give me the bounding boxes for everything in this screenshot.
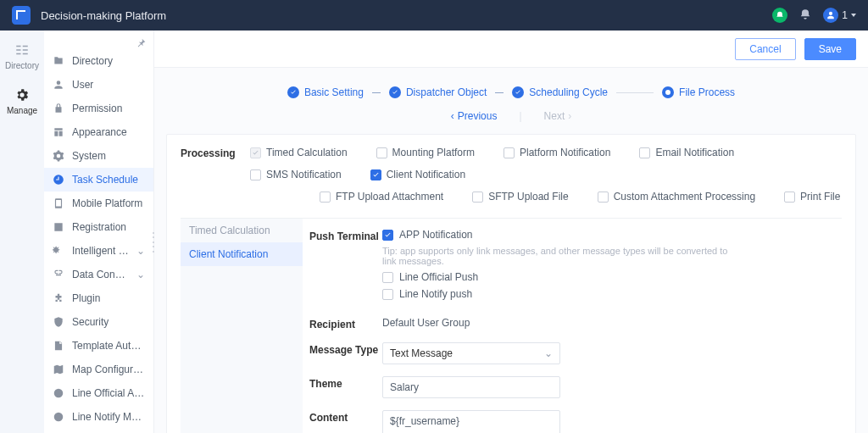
notification-badge[interactable] <box>772 8 787 23</box>
pin-icon[interactable] <box>136 37 147 51</box>
form-side-timed[interactable]: Timed Calculation <box>181 219 303 242</box>
section-title: Processing <box>181 147 250 159</box>
chevron-down-icon: ⌄ <box>136 269 145 280</box>
check-line-official[interactable]: Line Official Push <box>382 271 738 283</box>
push-tip: Tip: app supports only link messages, an… <box>382 246 738 266</box>
svg-rect-1 <box>16 49 20 51</box>
sidebar-item-task-schedule[interactable]: Task Schedule <box>44 168 153 192</box>
sidebar-item-directory[interactable]: Directory <box>44 49 153 73</box>
flag-timed-calculation: Timed Calculation <box>250 147 348 158</box>
sidebar-item-permission[interactable]: Permission <box>44 97 153 120</box>
svg-rect-5 <box>23 53 28 55</box>
chevron-down-icon: ⌄ <box>544 347 553 359</box>
sidebar-item-intelligent[interactable]: Intelligent O…⌄ <box>44 239 153 263</box>
flag-client-notification[interactable]: Client Notification <box>370 169 465 180</box>
step-basic-setting[interactable]: Basic Setting <box>287 86 364 98</box>
actionbar: Cancel Save <box>154 31 868 68</box>
svg-rect-3 <box>23 46 28 47</box>
sidebar-item-security[interactable]: Security <box>44 310 153 334</box>
sidebar-item-map-config[interactable]: Map Configuration <box>44 358 153 381</box>
flag-mounting-platform[interactable]: Mounting Platform <box>376 147 475 158</box>
label-message-type: Message Type <box>309 342 382 364</box>
svg-rect-4 <box>23 49 28 51</box>
chevron-down-icon <box>851 14 856 17</box>
previous-button[interactable]: ‹Previous <box>451 110 498 122</box>
input-theme[interactable] <box>382 376 560 398</box>
sidebar-item-system[interactable]: System <box>44 144 153 168</box>
rail-directory[interactable]: Directory <box>5 39 39 77</box>
rail: Directory Manage <box>0 31 44 433</box>
sidebar-item-dataconn[interactable]: Data Connec…⌄ <box>44 263 153 286</box>
sidebar-item-mobile[interactable]: Mobile Platform <box>44 192 153 215</box>
save-button[interactable]: Save <box>804 38 856 60</box>
form-sidebar: Timed Calculation Client Notification <box>181 219 303 433</box>
select-message-type[interactable]: Text Message⌄ <box>382 342 560 364</box>
sidebar-item-registration[interactable]: Registration <box>44 215 153 239</box>
sidebar-item-template-auth[interactable]: Template Authen… <box>44 334 153 358</box>
sidebar-item-appearance[interactable]: Appearance <box>44 120 153 144</box>
sidebar-item-plugin[interactable]: Plugin <box>44 286 153 310</box>
flag-email-notification[interactable]: Email Notification <box>639 147 734 158</box>
sidebar-item-user[interactable]: User <box>44 73 153 97</box>
flag-print-file[interactable]: Print File <box>784 191 840 203</box>
svg-point-6 <box>54 389 64 398</box>
main: Cancel Save Basic Setting Dispatcher Obj… <box>154 31 868 433</box>
next-button: Next› <box>544 110 572 122</box>
panel: Processing Timed Calculation Mounting Pl… <box>166 134 856 433</box>
label-content: Content <box>309 410 382 433</box>
app-logo-icon <box>12 6 31 25</box>
label-theme: Theme <box>309 376 382 398</box>
step-file-process[interactable]: File Process <box>662 86 735 98</box>
step-dispatcher-object[interactable]: Dispatcher Object <box>389 86 487 98</box>
svg-point-7 <box>54 413 64 422</box>
check-app-notification[interactable]: APP Notification <box>382 229 738 241</box>
svg-rect-2 <box>16 53 20 55</box>
chevron-down-icon: ⌄ <box>136 245 145 257</box>
sidebar-item-line-official[interactable]: Line Official Acc… <box>44 381 153 405</box>
label-push-terminal: Push Terminal <box>309 229 382 305</box>
flag-platform-notification[interactable]: Platform Notification <box>504 147 610 158</box>
flag-ftp-upload[interactable]: FTP Upload Attachment <box>320 191 443 203</box>
flag-sms-notification[interactable]: SMS Notification <box>250 169 342 180</box>
flag-sftp-upload[interactable]: SFTP Upload File <box>472 191 568 203</box>
form-side-client[interactable]: Client Notification <box>181 242 303 266</box>
sidebar-item-line-notify[interactable]: Line Notify Mana… <box>44 405 153 429</box>
label-recipient: Recipient <box>309 317 382 330</box>
textarea-content[interactable] <box>382 410 560 433</box>
user-count: 1 <box>842 9 848 21</box>
steps: Basic Setting Dispatcher Object Scheduli… <box>166 86 856 98</box>
check-line-notify[interactable]: Line Notify push <box>382 288 738 300</box>
chevron-left-icon: ‹ <box>451 110 454 122</box>
chevron-right-icon: › <box>568 110 571 122</box>
cancel-button[interactable]: Cancel <box>735 38 795 60</box>
drag-handle-icon[interactable] <box>153 232 156 253</box>
rail-manage[interactable]: Manage <box>7 84 37 122</box>
topbar: Decision-making Platform 1 <box>0 0 868 31</box>
flag-custom-attachment[interactable]: Custom Attachment Processing <box>598 191 755 203</box>
user-menu[interactable]: 1 <box>823 8 856 23</box>
svg-rect-0 <box>16 46 20 47</box>
avatar-icon <box>823 8 838 23</box>
step-scheduling-cycle[interactable]: Scheduling Cycle <box>512 86 608 98</box>
app-title: Decision-making Platform <box>41 9 772 22</box>
value-recipient: Default User Group <box>382 317 470 329</box>
bell-icon[interactable] <box>799 8 811 23</box>
sidebar: Directory User Permission Appearance Sys… <box>44 31 154 433</box>
